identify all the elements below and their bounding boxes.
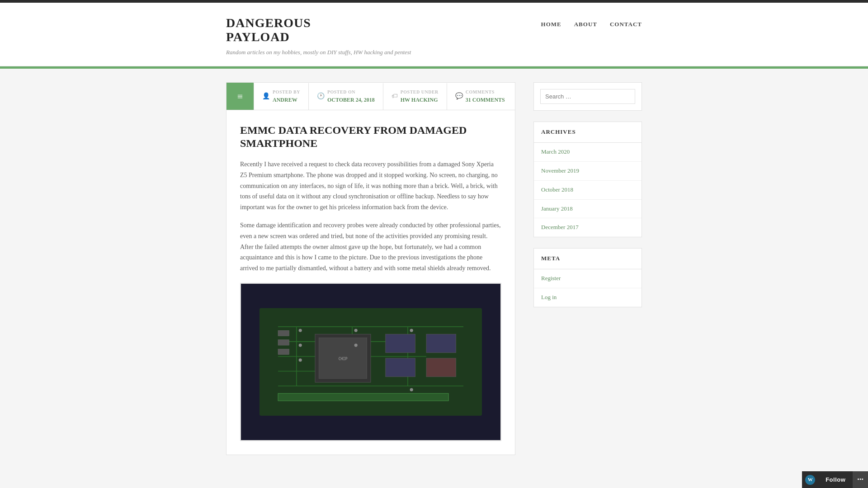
svg-rect-16 [386,334,415,352]
meta-category-item: 🏷 POSTED UNDER HW HACKING [383,83,447,110]
post-image: CHIP [240,283,501,441]
search-input[interactable] [540,89,635,104]
posted-under-label: POSTED UNDER [401,89,439,96]
posted-by-label: POSTED BY [273,89,300,96]
archive-item-march2020: March 2020 [534,143,642,162]
svg-rect-15 [278,349,289,354]
register-link[interactable]: Register [541,275,561,282]
archive-item-nov2019: November 2019 [534,162,642,181]
archive-link-jan2018[interactable]: January 2018 [541,205,573,212]
svg-rect-14 [278,340,289,345]
nav-home[interactable]: HOME [541,20,561,29]
user-icon: 👤 [262,91,270,101]
svg-rect-19 [426,358,456,377]
archive-list: March 2020 November 2019 October 2018 Ja… [534,143,642,237]
archive-item-dec2017: December 2017 [534,218,642,237]
archive-item-oct2018: October 2018 [534,181,642,200]
meta-date-item: 🕐 POSTED ON OCTOBER 24, 2018 [308,83,383,110]
archive-link-oct2018[interactable]: October 2018 [541,186,573,193]
archive-link-dec2017[interactable]: December 2017 [541,224,579,230]
comments-label: COMMENTS [466,89,505,96]
comment-icon: 💬 [455,91,463,101]
svg-rect-18 [426,334,456,352]
site-description: Random articles on my hobbies, mostly on… [226,48,541,57]
post-title: EMMC DATA RECOVERY FROM DAMAGED SMARTPHO… [240,124,501,150]
content-area: ≡ 👤 POSTED BY ANDREW 🕐 POSTED ON OCTOBER… [217,82,651,455]
main-content: ≡ 👤 POSTED BY ANDREW 🕐 POSTED ON OCTOBER… [226,82,515,455]
archives-widget: ARCHIVES March 2020 November 2019 Octobe… [533,122,642,237]
post-icon: ≡ [226,83,254,110]
post-meta-items: 👤 POSTED BY ANDREW 🕐 POSTED ON OCTOBER 2… [254,83,515,110]
meta-item-register: Register [534,269,642,288]
category-link[interactable]: HW HACKING [401,96,439,104]
sidebar: ARCHIVES March 2020 November 2019 Octobe… [533,82,642,455]
meta-widget: META Register Log in [533,248,642,307]
meta-item-login: Log in [534,288,642,307]
archive-link-nov2019[interactable]: November 2019 [541,167,579,174]
nav-about[interactable]: ABOUT [574,20,597,29]
site-title[interactable]: DANGEROUS PAYLOAD [226,16,541,44]
svg-rect-20 [278,394,448,401]
clock-icon: 🕐 [317,91,325,101]
archive-item-jan2018: January 2018 [534,200,642,219]
menu-icon: ≡ [237,89,243,104]
meta-comments-item: 💬 COMMENTS 31 COMMENTS [447,83,513,110]
nav-contact[interactable]: CONTACT [610,20,642,29]
site-branding: DANGEROUS PAYLOAD Random articles on my … [226,16,541,57]
date-link[interactable]: OCTOBER 24, 2018 [327,96,375,104]
login-link[interactable]: Log in [541,294,557,300]
search-widget [533,82,642,111]
comments-link[interactable]: 31 COMMENTS [466,96,505,104]
tag-icon: 🏷 [392,91,398,101]
svg-point-25 [354,344,358,347]
site-nav: HOME ABOUT CONTACT [541,16,642,29]
archive-link-march2020[interactable]: March 2020 [541,148,570,155]
meta-list: Register Log in [534,269,642,307]
svg-point-21 [299,329,302,332]
svg-point-27 [410,388,413,391]
post-paragraph-1: Recently I have received a request to ch… [240,159,501,213]
meta-title: META [534,249,642,269]
svg-point-24 [354,329,358,332]
svg-rect-17 [386,358,415,377]
post-meta-bar: ≡ 👤 POSTED BY ANDREW 🕐 POSTED ON OCTOBER… [226,82,515,110]
pcb-svg: CHIP [241,284,500,440]
post-paragraph-2: Some damage identification and recovery … [240,220,501,274]
svg-point-22 [299,344,302,347]
green-separator [0,66,868,69]
svg-point-23 [299,359,302,362]
search-widget-inner [534,83,642,110]
svg-text:CHIP: CHIP [339,357,348,361]
svg-point-26 [410,329,413,332]
svg-rect-13 [278,330,289,336]
archives-title: ARCHIVES [534,122,642,143]
meta-author-item: 👤 POSTED BY ANDREW [254,83,308,110]
posted-on-label: POSTED ON [327,89,375,96]
post-body: EMMC DATA RECOVERY FROM DAMAGED SMARTPHO… [226,110,515,455]
site-header: DANGEROUS PAYLOAD Random articles on my … [0,3,868,66]
author-link[interactable]: ANDREW [273,96,300,104]
